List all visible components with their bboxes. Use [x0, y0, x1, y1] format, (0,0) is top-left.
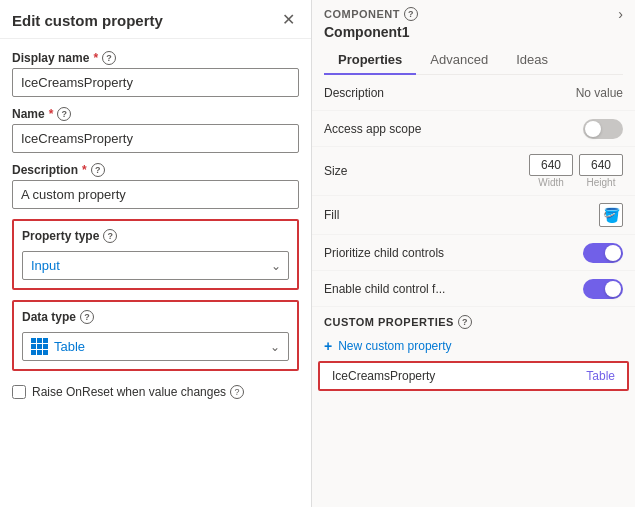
size-inputs: Width Height: [529, 154, 623, 188]
component-chevron-icon[interactable]: ›: [618, 6, 623, 22]
prop-row-description: Description No value: [312, 75, 635, 111]
raise-on-reset-info-icon[interactable]: ?: [230, 385, 244, 399]
display-name-info-icon[interactable]: ?: [102, 51, 116, 65]
size-width-field: Width: [529, 154, 573, 188]
name-input[interactable]: [12, 124, 299, 153]
data-type-section: Data type ? Table ⌄: [12, 300, 299, 371]
toggle-enable-child[interactable]: [583, 279, 623, 299]
size-width-label: Width: [538, 177, 564, 188]
panel-body: Display name * ? Name * ? Description * …: [0, 39, 311, 507]
new-custom-property-row[interactable]: + New custom property: [312, 333, 635, 359]
raise-on-reset-checkbox[interactable]: [12, 385, 26, 399]
raise-on-reset-label: Raise OnReset when value changes ?: [32, 385, 244, 399]
component-label: COMPONENT ?: [324, 7, 418, 21]
custom-properties-info-icon[interactable]: ?: [458, 315, 472, 329]
prop-row-size: Size Width Height: [312, 147, 635, 196]
prop-row-prioritize: Prioritize child controls: [312, 235, 635, 271]
data-type-label: Data type ?: [22, 310, 289, 324]
tabs-row: Properties Advanced Ideas: [324, 46, 623, 75]
right-header: COMPONENT ? › Component1 Properties Adva…: [312, 0, 635, 75]
prop-value-description: No value: [576, 86, 623, 100]
fill-bucket-icon: 🪣: [603, 207, 620, 223]
right-panel: COMPONENT ? › Component1 Properties Adva…: [312, 0, 635, 507]
property-type-label: Property type ?: [22, 229, 289, 243]
fill-swatch[interactable]: 🪣: [599, 203, 623, 227]
description-group: Description * ?: [12, 163, 299, 209]
property-type-info-icon[interactable]: ?: [103, 229, 117, 243]
data-type-select-display[interactable]: Table ⌄: [22, 332, 289, 361]
panel-title: Edit custom property: [12, 12, 163, 29]
panel-header: Edit custom property ✕: [0, 0, 311, 39]
toggle-thumb-enable-child: [605, 281, 621, 297]
tab-advanced[interactable]: Advanced: [416, 46, 502, 75]
component-label-row: COMPONENT ? ›: [324, 6, 623, 22]
prop-name-description: Description: [324, 86, 424, 100]
tab-ideas[interactable]: Ideas: [502, 46, 562, 75]
prop-name-prioritize: Prioritize child controls: [324, 246, 444, 260]
size-height-label: Height: [587, 177, 616, 188]
property-type-select-wrapper: Input Output Event ⌄: [22, 251, 289, 280]
data-type-value: Table: [54, 339, 270, 354]
toggle-thumb-prioritize: [605, 245, 621, 261]
table-icon: [31, 338, 48, 355]
toggle-thumb: [585, 121, 601, 137]
size-height-field: Height: [579, 154, 623, 188]
description-label: Description * ?: [12, 163, 299, 177]
new-prop-label: New custom property: [338, 339, 451, 353]
custom-prop-type: Table: [586, 369, 615, 383]
prop-row-enable-child: Enable child control f...: [312, 271, 635, 307]
tab-properties[interactable]: Properties: [324, 46, 416, 75]
raise-on-reset-row: Raise OnReset when value changes ?: [12, 385, 299, 399]
name-required-star: *: [49, 107, 54, 121]
component-info-icon[interactable]: ?: [404, 7, 418, 21]
prop-row-access-app-scope: Access app scope: [312, 111, 635, 147]
custom-prop-name: IceCreamsProperty: [332, 369, 435, 383]
description-input[interactable]: [12, 180, 299, 209]
right-content: Description No value Access app scope Si…: [312, 75, 635, 507]
display-name-input[interactable]: [12, 68, 299, 97]
prop-name-size: Size: [324, 164, 424, 178]
name-info-icon[interactable]: ?: [57, 107, 71, 121]
size-width-input[interactable]: [529, 154, 573, 176]
property-type-select[interactable]: Input Output Event: [22, 251, 289, 280]
toggle-prioritize[interactable]: [583, 243, 623, 263]
prop-name-access-app-scope: Access app scope: [324, 122, 424, 136]
required-star: *: [93, 51, 98, 65]
display-name-group: Display name * ?: [12, 51, 299, 97]
component-name: Component1: [324, 24, 623, 40]
data-type-select-wrapper[interactable]: Table ⌄: [22, 332, 289, 361]
prop-name-fill: Fill: [324, 208, 424, 222]
data-type-info-icon[interactable]: ?: [80, 310, 94, 324]
new-prop-plus-icon: +: [324, 338, 332, 354]
name-group: Name * ?: [12, 107, 299, 153]
size-height-input[interactable]: [579, 154, 623, 176]
prop-row-fill: Fill 🪣: [312, 196, 635, 235]
desc-required-star: *: [82, 163, 87, 177]
toggle-access-app-scope[interactable]: [583, 119, 623, 139]
custom-property-item[interactable]: IceCreamsProperty Table: [318, 361, 629, 391]
custom-properties-header: CUSTOM PROPERTIES ?: [312, 307, 635, 333]
name-label: Name * ?: [12, 107, 299, 121]
prop-name-enable-child: Enable child control f...: [324, 282, 445, 296]
close-button[interactable]: ✕: [278, 10, 299, 30]
display-name-label: Display name * ?: [12, 51, 299, 65]
property-type-section: Property type ? Input Output Event ⌄: [12, 219, 299, 290]
left-panel: Edit custom property ✕ Display name * ? …: [0, 0, 312, 507]
data-type-chevron-icon: ⌄: [270, 340, 280, 354]
description-info-icon[interactable]: ?: [91, 163, 105, 177]
